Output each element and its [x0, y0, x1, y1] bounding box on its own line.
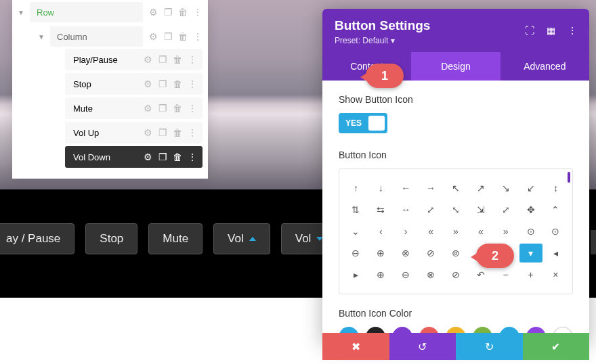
- icon-option[interactable]: »: [494, 222, 517, 241]
- icon-option[interactable]: ↑: [344, 179, 367, 198]
- tab-advanced[interactable]: Advanced: [501, 52, 589, 81]
- expand-icon[interactable]: ⛶: [525, 25, 534, 36]
- vol-up-button[interactable]: Vol: [213, 223, 270, 254]
- icon-option[interactable]: ⊙: [519, 222, 542, 241]
- trash-icon[interactable]: 🗑: [178, 7, 188, 17]
- icon-option[interactable]: ⊖: [394, 265, 417, 284]
- redo-button[interactable]: ↻: [456, 333, 523, 360]
- icon-option[interactable]: ↖: [444, 179, 467, 198]
- icon-option[interactable]: ⇆: [369, 200, 392, 219]
- icon-option[interactable]: ⇅: [344, 200, 367, 219]
- icon-option[interactable]: ▾: [519, 244, 542, 263]
- icon-option[interactable]: ›: [394, 222, 417, 241]
- icon-option[interactable]: »: [444, 222, 467, 241]
- duplicate-icon[interactable]: ❐: [158, 152, 167, 162]
- more-icon[interactable]: ⋮: [188, 152, 197, 162]
- duplicate-icon[interactable]: ❐: [158, 55, 167, 64]
- icon-option[interactable]: ⊗: [419, 265, 442, 284]
- grid-icon[interactable]: ▦: [547, 25, 555, 36]
- gear-icon[interactable]: ⚙: [148, 7, 158, 17]
- more-icon[interactable]: ⋮: [193, 7, 203, 17]
- gear-icon[interactable]: ⚙: [143, 152, 152, 162]
- gear-icon[interactable]: ⚙: [143, 104, 152, 113]
- icon-option[interactable]: ⊙: [544, 222, 567, 241]
- play-pause-button[interactable]: ay / Pause: [0, 223, 74, 254]
- icon-option[interactable]: ⌃: [544, 200, 567, 219]
- save-button[interactable]: ✔: [523, 333, 590, 360]
- tree-row-column[interactable]: ▼ Column ⚙ ❐ 🗑 ⋮: [12, 24, 208, 49]
- icon-option[interactable]: ⊘: [419, 244, 442, 263]
- close-icon: ✖: [352, 340, 360, 353]
- more-icon[interactable]: ⋮: [188, 104, 197, 113]
- chevron-down-icon[interactable]: ▼: [18, 9, 24, 16]
- gear-icon[interactable]: ⚙: [143, 128, 152, 137]
- duplicate-icon[interactable]: ❐: [163, 32, 173, 41]
- icon-option[interactable]: ×: [544, 265, 567, 284]
- icon-option[interactable]: ←: [394, 179, 417, 198]
- more-icon[interactable]: ⋮: [188, 55, 197, 64]
- icon-option[interactable]: ‹: [369, 222, 392, 241]
- icon-option[interactable]: ↶: [469, 265, 492, 284]
- cancel-button[interactable]: ✖: [322, 333, 389, 360]
- icon-option[interactable]: ✥: [519, 200, 542, 219]
- mute-button[interactable]: Mute: [148, 223, 203, 254]
- tree-leaf[interactable]: Mute⚙❐🗑⋮: [65, 97, 203, 119]
- gear-icon[interactable]: ⚙: [143, 79, 152, 89]
- gear-icon[interactable]: ⚙: [143, 55, 152, 64]
- icon-option[interactable]: ⊗: [394, 244, 417, 263]
- tree-leaf[interactable]: Vol Down⚙❐🗑⋮: [65, 146, 203, 168]
- icon-option[interactable]: ⊕: [369, 265, 392, 284]
- tree-leaf[interactable]: Vol Up⚙❐🗑⋮: [65, 122, 203, 143]
- tab-design[interactable]: Design: [411, 52, 500, 81]
- icon-option[interactable]: ↔: [394, 200, 417, 219]
- icon-option[interactable]: ↗: [469, 179, 492, 198]
- icon-option[interactable]: ↕: [544, 179, 567, 198]
- icon-option[interactable]: −: [494, 265, 517, 284]
- gear-icon[interactable]: ⚙: [148, 32, 158, 41]
- stop-button[interactable]: Stop: [85, 223, 137, 254]
- icon-option[interactable]: «: [419, 222, 442, 241]
- duplicate-icon[interactable]: ❐: [158, 104, 167, 113]
- duplicate-icon[interactable]: ❐: [158, 128, 167, 137]
- icon-option[interactable]: ⌄: [344, 222, 367, 241]
- icon-option[interactable]: ⤢: [494, 200, 517, 219]
- icon-option[interactable]: ⤡: [444, 200, 467, 219]
- icon-option[interactable]: «: [469, 222, 492, 241]
- toggle-show-icon[interactable]: YES: [339, 113, 387, 133]
- scrollbar[interactable]: [568, 172, 570, 183]
- undo-button[interactable]: ↺: [389, 333, 456, 360]
- icon-option[interactable]: ↓: [369, 179, 392, 198]
- check-icon: ✔: [551, 340, 560, 353]
- icon-option[interactable]: ⊖: [344, 244, 367, 263]
- tree-leaf[interactable]: Stop⚙❐🗑⋮: [65, 73, 203, 95]
- duplicate-icon[interactable]: ❐: [163, 7, 173, 17]
- trash-icon[interactable]: 🗑: [173, 79, 182, 89]
- icon-option[interactable]: +: [519, 265, 542, 284]
- tree-leaf[interactable]: Play/Pause⚙❐🗑⋮: [65, 49, 203, 70]
- more-icon[interactable]: ⋮: [193, 32, 203, 41]
- icon-option[interactable]: →: [419, 179, 442, 198]
- tree-label-row[interactable]: Row: [30, 2, 143, 22]
- trash-icon[interactable]: 🗑: [173, 128, 182, 137]
- right-edge-handle[interactable]: [591, 230, 596, 254]
- chevron-down-icon[interactable]: ▼: [38, 33, 45, 41]
- icon-option[interactable]: ⇲: [469, 200, 492, 219]
- icon-option[interactable]: ↘: [494, 179, 517, 198]
- trash-icon[interactable]: 🗑: [173, 104, 182, 113]
- duplicate-icon[interactable]: ❐: [158, 79, 167, 89]
- trash-icon[interactable]: 🗑: [173, 55, 182, 64]
- more-icon[interactable]: ⋮: [188, 79, 197, 89]
- icon-option[interactable]: ↙: [519, 179, 542, 198]
- more-icon[interactable]: ⋮: [568, 25, 577, 36]
- icon-option[interactable]: ⊕: [369, 244, 392, 263]
- more-icon[interactable]: ⋮: [188, 128, 197, 137]
- settings-preset[interactable]: Preset: Default ▾: [335, 36, 577, 45]
- icon-option[interactable]: ◂: [544, 244, 567, 263]
- tree-label-column[interactable]: Column: [50, 26, 143, 47]
- tree-row-row[interactable]: ▼ Row ⚙ ❐ 🗑 ⋮: [12, 0, 208, 24]
- icon-option[interactable]: ⊘: [444, 265, 467, 284]
- icon-option[interactable]: ▸: [344, 265, 367, 284]
- trash-icon[interactable]: 🗑: [178, 32, 188, 41]
- trash-icon[interactable]: 🗑: [173, 152, 182, 162]
- icon-option[interactable]: ⤢: [419, 200, 442, 219]
